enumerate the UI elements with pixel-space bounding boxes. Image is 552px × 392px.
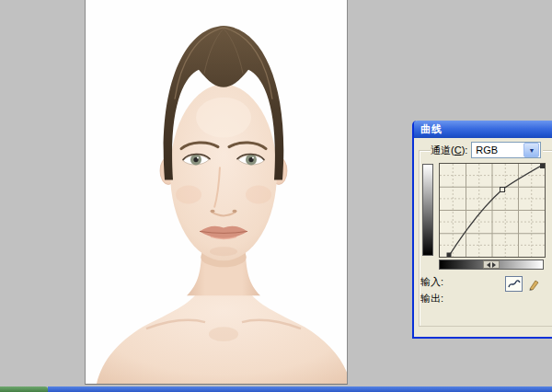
portrait-photo	[86, 0, 347, 384]
channel-dropdown[interactable]: RGB ▼	[471, 142, 541, 158]
curves-dialog: 曲线 通道(C): RGB ▼	[412, 121, 552, 339]
chevron-down-icon[interactable]: ▼	[523, 143, 539, 157]
start-button[interactable]	[0, 386, 48, 392]
channel-label-post: ):	[462, 144, 468, 156]
curve-point-tool-icon	[508, 279, 521, 289]
pencil-tool-icon	[526, 278, 539, 291]
pencil-tool-button[interactable]	[524, 276, 540, 292]
document-canvas[interactable]	[85, 0, 348, 385]
curve-point-tool-button[interactable]	[505, 276, 523, 292]
double-arrow-icon[interactable]	[483, 260, 500, 269]
dialog-body: 通道(C): RGB ▼	[414, 138, 552, 337]
dialog-title-bar[interactable]: 曲线	[414, 121, 552, 138]
channel-accesskey: C	[454, 144, 462, 156]
taskbar-bar[interactable]	[48, 386, 552, 392]
output-label: 输出:	[420, 292, 443, 306]
channel-row: 通道(C): RGB ▼	[431, 142, 543, 158]
curve-grid-and-line	[440, 164, 545, 257]
input-label: 输入:	[420, 275, 443, 289]
taskbar	[0, 386, 552, 392]
output-gradient-ramp	[422, 164, 433, 256]
channel-label: 通道(C):	[431, 144, 467, 157]
photoshop-workspace: 曲线 通道(C): RGB ▼	[0, 0, 552, 392]
input-gradient-ramp[interactable]	[439, 259, 544, 270]
curve-point-highlight	[540, 164, 545, 168]
channel-selected-value: RGB	[472, 144, 523, 156]
channel-label-pre: 通道(	[431, 144, 454, 156]
curve-plot[interactable]	[439, 163, 546, 258]
curve-point-mid	[500, 188, 505, 192]
curve-point-shadow	[447, 253, 452, 258]
